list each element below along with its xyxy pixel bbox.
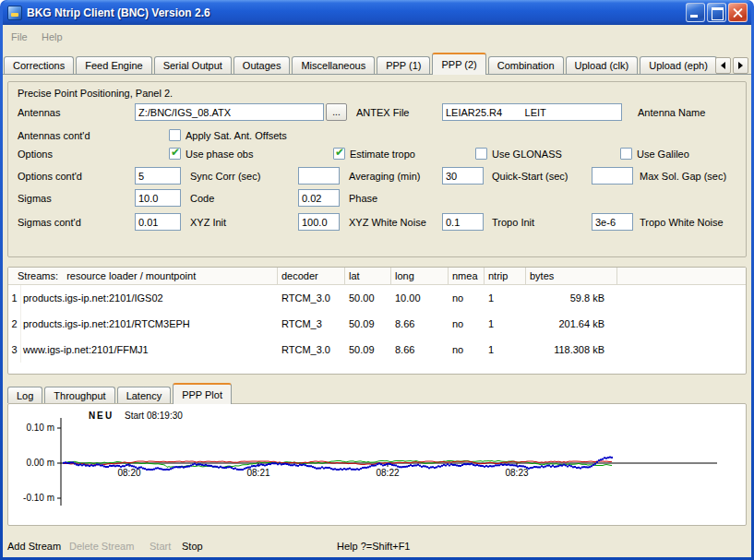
averaging-input[interactable] (298, 167, 340, 185)
menu-help[interactable]: Help (38, 25, 66, 49)
tab-ppp-2[interactable]: PPP (2) (432, 53, 485, 75)
cell-decoder: RTCM_3.0 (278, 337, 345, 363)
view-tab-log[interactable]: Log (7, 387, 42, 403)
menu-file[interactable]: File (7, 25, 31, 49)
antex-path-input[interactable] (135, 103, 324, 121)
window-controls (686, 3, 748, 22)
streams-table: Streams: resource loader / mountpoint de… (7, 267, 747, 375)
xyz-init-input[interactable] (135, 213, 181, 231)
tab-scroll-left-button[interactable] (715, 57, 731, 74)
maximize-button[interactable] (707, 3, 726, 22)
cell-decoder: RTCM_3 (278, 311, 345, 337)
delete-stream-button[interactable]: Delete Stream (69, 536, 134, 557)
tropo-white-noise-label: Tropo White Noise (640, 213, 724, 232)
svg-text:E: E (97, 411, 103, 421)
ppp-plot-svg: 0.10 m0.00 m-0.10 m08:2008:2108:2208:23N… (8, 404, 746, 525)
header-ntrip: ntrip (485, 268, 526, 284)
sigma-phase-input[interactable] (298, 189, 340, 207)
cell-long: 8.66 (391, 311, 449, 337)
antennas-row: Antennas ... ANTEX File Antenna Name (8, 103, 746, 122)
view-tab-latency[interactable]: Latency (117, 387, 172, 403)
titlebar[interactable]: BKG Ntrip Client (BNC) Version 2.6 (3, 0, 751, 25)
tab-ppp-1[interactable]: PPP (1) (377, 56, 430, 74)
tropo-init-input[interactable] (442, 213, 484, 231)
antex-browse-button[interactable]: ... (326, 103, 347, 121)
help-shortcut-label: Help ?=Shift+F1 (337, 536, 411, 557)
svg-text:0.10 m: 0.10 m (26, 423, 54, 433)
cell-nmea: no (449, 311, 485, 337)
header-nmea: nmea (449, 268, 485, 284)
cell-mountpoint: products.igs-ip.net:2101/IGS02 (21, 285, 278, 311)
header-lat: lat (345, 268, 391, 284)
cell-ntrip: 1 (485, 311, 526, 337)
options-row: Options Use phase obs Estimate tropo Use… (8, 145, 746, 163)
tab-feed-engine[interactable]: Feed Engine (76, 56, 151, 74)
header-long: long (391, 268, 449, 284)
max-sol-gap-label: Max Sol. Gap (sec) (640, 167, 726, 185)
cell-bytes: 201.64 kB (526, 311, 617, 337)
tab-outages[interactable]: Outages (233, 56, 291, 74)
sigma-code-label: Code (190, 189, 214, 208)
tab-serial-output[interactable]: Serial Output (154, 56, 232, 74)
svg-text:N: N (89, 411, 95, 421)
use-phase-obs-checkbox[interactable] (169, 148, 181, 160)
cell-filler (617, 337, 746, 363)
quick-start-label: Quick-Start (sec) (492, 167, 568, 185)
header-mountpoint: Streams: resource loader / mountpoint (8, 268, 278, 284)
sync-corr-input[interactable] (135, 167, 181, 185)
row-number: 1 (8, 285, 21, 311)
close-button[interactable] (728, 3, 748, 22)
main-tabbar: CorrectionsFeed EngineSerial OutputOutag… (4, 53, 714, 75)
right-arrow-icon (738, 62, 743, 69)
max-sol-gap-input[interactable] (592, 167, 633, 185)
apply-sat-ant-offsets-checkbox[interactable] (169, 129, 181, 141)
minimize-button[interactable] (686, 3, 705, 22)
tab-upload-clk[interactable]: Upload (clk) (566, 56, 639, 74)
cell-nmea: no (449, 285, 485, 311)
cell-filler (617, 285, 746, 311)
view-tab-ppp-plot[interactable]: PPP Plot (173, 383, 232, 404)
view-tab-throughput[interactable]: Throughput (44, 387, 114, 403)
cell-lat: 50.09 (345, 337, 391, 363)
sigma-code-input[interactable] (135, 189, 181, 207)
cell-ntrip: 1 (485, 337, 526, 363)
xyz-white-noise-input[interactable] (298, 213, 340, 231)
panel-title: Precise Point Positioning, Panel 2. (18, 88, 173, 99)
header-decoder: decoder (278, 268, 345, 284)
tab-scroll-right-button[interactable] (733, 57, 748, 74)
use-glonass-label: Use GLONASS (492, 145, 562, 163)
tropo-white-noise-input[interactable] (592, 213, 633, 231)
tab-combination[interactable]: Combination (488, 56, 564, 74)
header-filler (617, 268, 746, 284)
streams-body: 1products.igs-ip.net:2101/IGS02RTCM_3.05… (8, 285, 746, 363)
tab-upload-eph[interactable]: Upload (eph) (640, 56, 717, 74)
start-button[interactable]: Start (150, 536, 171, 557)
use-galileo-checkbox[interactable] (620, 148, 632, 160)
tab-miscellaneous[interactable]: Miscellaneous (292, 56, 375, 74)
antennas-contd-label: Antennas cont'd (18, 126, 90, 145)
stop-button[interactable]: Stop (182, 536, 203, 557)
app-icon[interactable] (7, 6, 22, 20)
stream-row-2[interactable]: 2products.igs-ip.net:2101/RTCM3EPHRTCM_3… (8, 311, 746, 337)
estimate-tropo-checkbox[interactable] (333, 148, 345, 160)
quick-start-input[interactable] (442, 167, 484, 185)
use-glonass-checkbox[interactable] (475, 148, 487, 160)
estimate-tropo-label: Estimate tropo (350, 145, 415, 163)
svg-text:Start 08:19:30: Start 08:19:30 (125, 411, 183, 421)
svg-text:U: U (105, 411, 112, 421)
sync-corr-label: Sync Corr (sec) (190, 167, 260, 185)
tab-corrections[interactable]: Corrections (4, 56, 74, 74)
stream-row-3[interactable]: 3www.igs-ip.net:2101/FFMJ1RTCM_3.050.098… (8, 337, 746, 363)
use-galileo-label: Use Galileo (637, 145, 689, 163)
cell-long: 8.66 (391, 337, 449, 363)
bnc-window: BKG Ntrip Client (BNC) Version 2.6 File … (0, 0, 754, 560)
cell-mountpoint: www.igs-ip.net:2101/FFMJ1 (21, 337, 278, 363)
sigmas-contd-label: Sigmas cont'd (18, 213, 81, 232)
sigmas-label: Sigmas (18, 189, 52, 208)
svg-text:08:22: 08:22 (376, 468, 399, 478)
antenna-name-input[interactable] (442, 103, 622, 121)
add-stream-button[interactable]: Add Stream (7, 536, 61, 557)
row-number: 2 (8, 311, 21, 337)
stream-row-1[interactable]: 1products.igs-ip.net:2101/IGS02RTCM_3.05… (8, 285, 746, 311)
row-number: 3 (8, 337, 21, 363)
